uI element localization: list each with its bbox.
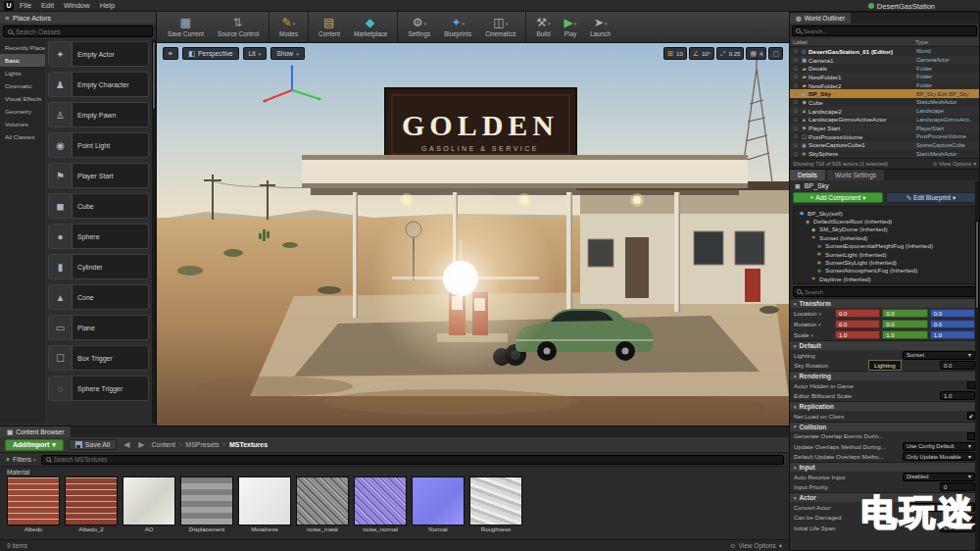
asset-tile[interactable]: Albedo_2 xyxy=(65,476,118,532)
placeable-actor-item[interactable]: ▮ Cylinder xyxy=(48,254,149,279)
placeable-actor-item[interactable]: ⚑ Player Start xyxy=(48,163,149,188)
show-flags-button[interactable]: Show ▾ xyxy=(270,47,305,60)
component-row[interactable]: ≋ SunsetAtmosphericFog (Inherited) xyxy=(794,267,975,275)
outliner-row[interactable]: ⊙ ◆ Cube StaticMeshActor xyxy=(790,98,979,107)
viewport[interactable]: GOLDEN GASOLINE & SERVICE xyxy=(157,43,789,426)
checkbox[interactable] xyxy=(967,381,975,389)
toolbar-button[interactable]: ➤ ▾ Launch xyxy=(583,12,617,42)
component-row[interactable]: ✦ Sunset (Inherited) xyxy=(794,233,975,241)
outliner-row[interactable]: ⊙ ▲ LandscapeGizmoActiveActor LandscapeG… xyxy=(790,116,979,125)
placeable-actor-item[interactable]: ♟ Empty Character xyxy=(48,72,149,97)
content-search-input[interactable] xyxy=(54,456,779,463)
component-row[interactable]: ◈ DefaultSceneRoot (Inherited) xyxy=(794,217,975,225)
add-component-button[interactable]: + Add Component ▾ xyxy=(793,192,883,203)
snap-setting-chip[interactable]: ▦ 4 xyxy=(746,47,766,60)
axis-y-input[interactable]: 0.0 xyxy=(882,320,927,328)
search-classes-input[interactable] xyxy=(16,28,148,35)
category-tab[interactable]: Basic xyxy=(0,54,45,67)
toolbar-button[interactable]: ◫ ▾ Cinematics xyxy=(478,12,522,42)
checkbox[interactable]: ✔ xyxy=(967,412,975,420)
visibility-icon[interactable]: ⊙ xyxy=(792,74,800,79)
toolbar-button[interactable]: ✎ ▾ Modes xyxy=(269,12,305,42)
axis-z-input[interactable]: 0.0 xyxy=(930,309,975,318)
toolbar-button[interactable]: ⚒ ▾ Build xyxy=(525,12,557,42)
transform-label[interactable]: Rotation xyxy=(794,321,816,327)
breadcrumb-item[interactable]: Content xyxy=(151,441,175,448)
placeable-actor-item[interactable]: ● Sphere xyxy=(48,224,149,249)
tab-details[interactable]: Details xyxy=(790,170,825,180)
default-overlaps-dropdown[interactable]: Only Update Movable▾ xyxy=(903,452,975,461)
component-row[interactable]: ☀ SunsetSkyLight (Inherited) xyxy=(794,258,975,266)
asset-tile[interactable]: AO xyxy=(122,476,175,532)
breadcrumb-item[interactable]: MSPresets xyxy=(185,441,219,448)
maximize-viewport-button[interactable]: ▢ xyxy=(768,47,783,60)
outliner-row[interactable]: ⊙ ⚑ Player Start PlayerStart xyxy=(790,124,979,132)
category-tab[interactable]: All Classes xyxy=(0,130,45,143)
section-input[interactable]: ▾ Input xyxy=(790,462,979,472)
asset-tile[interactable]: Albedo xyxy=(7,476,60,532)
toolbar-button[interactable]: ⚙ ▾ Settings xyxy=(397,12,437,42)
axis-x-input[interactable]: 0.0 xyxy=(835,320,880,328)
toolbar-button[interactable]: ⇅ Source Control xyxy=(211,12,266,42)
axis-y-input[interactable]: 0.0 xyxy=(882,309,927,318)
component-row[interactable]: ◆ BP_Sky(self) xyxy=(794,209,975,217)
section-collision[interactable]: ▾ Collision xyxy=(790,422,979,431)
outliner-view-options[interactable]: ⊙ View Options ▾ xyxy=(933,161,976,167)
placeable-actor-item[interactable]: ◌ Sphere Trigger xyxy=(48,376,149,401)
axis-z-input[interactable]: 1.0 xyxy=(930,330,975,339)
save-all-button[interactable]: Save All xyxy=(69,439,117,450)
visibility-icon[interactable]: ⊙ xyxy=(792,66,800,72)
breadcrumb-item-current[interactable]: MSTextures xyxy=(229,441,268,448)
visibility-icon[interactable]: ⊙ xyxy=(792,82,800,88)
placeable-actor-item[interactable]: ☐ Box Trigger xyxy=(48,345,149,371)
outliner-column-headers[interactable]: Label Type xyxy=(790,38,979,47)
auto-receive-input-dropdown[interactable]: Disabled▾ xyxy=(903,473,975,481)
outliner-row[interactable]: ⊙ ◆ BP_Sky BP_Sky Edit BP_Sky xyxy=(790,89,979,98)
content-search[interactable] xyxy=(41,455,784,465)
scrollbar[interactable] xyxy=(152,39,156,424)
category-tab[interactable]: Geometry xyxy=(0,105,45,118)
asset-tile[interactable]: noise_mask xyxy=(296,476,349,532)
transform-label[interactable]: Scale xyxy=(794,331,808,338)
overlaps-method-dropdown[interactable]: Use Config Default▾ xyxy=(903,442,975,451)
visibility-icon[interactable]: ⊙ xyxy=(792,57,800,63)
section-replication[interactable]: ▾ Replication xyxy=(790,401,979,411)
outliner-row[interactable]: ⊙ ▢ PostProcessVolume PostProcessVolume xyxy=(790,132,979,141)
visibility-icon[interactable]: ⊙ xyxy=(792,125,800,131)
outliner-row[interactable]: ⊙ ◉ SceneCaptureCube1 SceneCaptureCube xyxy=(790,141,979,150)
asset-tile[interactable]: Roughness xyxy=(469,476,522,532)
asset-tile[interactable]: Normal xyxy=(412,476,465,532)
visibility-icon[interactable]: ⊙ xyxy=(792,108,800,114)
back-button[interactable]: ◀ xyxy=(122,440,131,449)
visibility-icon[interactable]: ⊙ xyxy=(792,117,800,123)
toolbar-button[interactable]: ✦ ▾ Blueprints xyxy=(437,12,478,42)
axis-y-input[interactable]: 1.0 xyxy=(882,330,927,339)
section-transform[interactable]: ▾ Transform xyxy=(790,298,979,308)
place-actors-search[interactable] xyxy=(3,25,153,37)
outliner-row[interactable]: ⊙ ▰ NewFolder1 Folder xyxy=(790,73,979,81)
lighting-dropdown[interactable]: Sunset▾ xyxy=(903,351,975,360)
component-row[interactable]: ◆ SM_SkyDome (Inherited) xyxy=(794,225,975,233)
category-tab[interactable]: Volumes xyxy=(0,118,45,130)
outliner-row[interactable]: ⊙ ◎ DesertGasStation_01 (Editor) World xyxy=(790,47,979,56)
placeable-actor-item[interactable]: ✦ Empty Actor xyxy=(48,41,149,67)
filters-button[interactable]: ▼ Filters ▾ xyxy=(5,456,36,463)
sky-rotation-input[interactable]: 0.0 xyxy=(940,361,975,370)
visibility-icon[interactable]: ⊙ xyxy=(792,151,800,157)
menu-item[interactable]: Edit xyxy=(41,1,54,10)
toolbar-button[interactable]: ▦ Save Current xyxy=(161,12,211,42)
section-default[interactable]: ▾ Default xyxy=(790,340,979,350)
asset-tile[interactable]: Metalness xyxy=(238,476,291,532)
outliner-row[interactable]: ⊙ ☀ SkySphere StaticMeshActor xyxy=(790,149,979,158)
asset-tile[interactable]: Displacement xyxy=(180,476,233,532)
transform-label[interactable]: Location xyxy=(794,310,816,317)
outliner-search[interactable] xyxy=(792,25,977,36)
visibility-icon[interactable]: ⊙ xyxy=(792,142,800,148)
snap-setting-chip[interactable]: ⊞ 10 xyxy=(663,47,687,60)
placeable-actor-item[interactable]: ◼ Cube xyxy=(48,193,149,219)
axis-x-input[interactable]: 0.0 xyxy=(835,309,880,318)
menu-item[interactable]: Window xyxy=(64,1,90,10)
visibility-icon[interactable]: ⊙ xyxy=(792,99,800,105)
forward-button[interactable]: ▶ xyxy=(136,440,146,449)
placeable-actor-item[interactable]: ◉ Point Light xyxy=(48,132,149,158)
